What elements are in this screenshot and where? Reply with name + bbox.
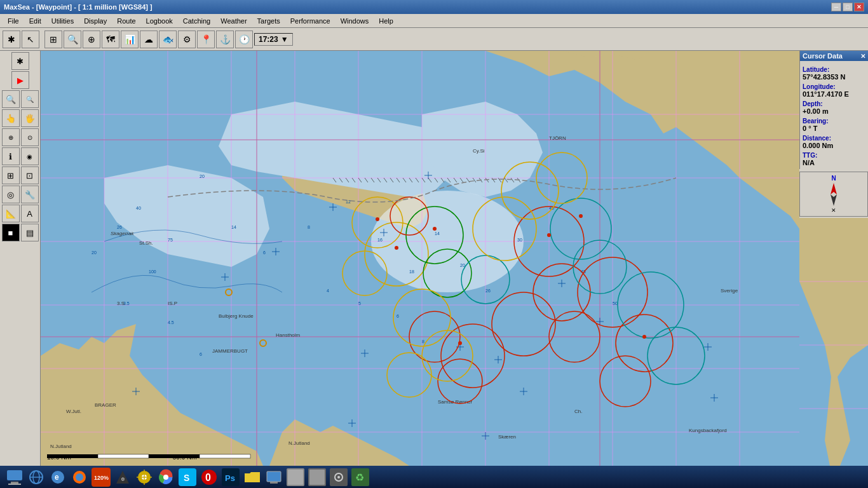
time-dropdown-arrow[interactable]: ▼ bbox=[281, 35, 288, 44]
menu-route[interactable]: Route bbox=[112, 16, 140, 26]
svg-text:IS.P: IS.P bbox=[168, 301, 177, 306]
svg-rect-201 bbox=[267, 471, 281, 482]
menu-catching[interactable]: Catching bbox=[178, 16, 215, 26]
lt-measure[interactable]: 📐 bbox=[2, 205, 20, 222]
scale-left: 10.0 Nm bbox=[47, 454, 71, 461]
svg-text:18: 18 bbox=[409, 269, 414, 274]
chart-area[interactable]: 40 75 100 20 14 6 8 12 16 18 14 20 26 30… bbox=[41, 51, 799, 466]
tb-nav[interactable]: ⊕ bbox=[83, 30, 100, 48]
menu-logbook[interactable]: Logbook bbox=[141, 16, 178, 26]
svg-text:JAMMERBUGT: JAMMERBUGT bbox=[212, 348, 248, 354]
longitude-value: 011°17.4170 E bbox=[803, 90, 865, 98]
svg-marker-170 bbox=[831, 194, 837, 206]
svg-point-184 bbox=[76, 473, 83, 481]
maximize-button[interactable]: □ bbox=[843, 3, 853, 11]
taskbar-ie[interactable]: e bbox=[48, 468, 67, 487]
window-controls: ─ □ ✕ bbox=[831, 3, 864, 11]
taskbar-skype[interactable]: S bbox=[178, 468, 197, 487]
taskbar-show-desktop[interactable] bbox=[264, 468, 283, 487]
svg-rect-175 bbox=[7, 470, 22, 480]
taskbar-opera[interactable]: 0 bbox=[200, 468, 219, 487]
taskbar-chrome[interactable] bbox=[156, 468, 175, 487]
svg-text:30: 30 bbox=[517, 238, 522, 242]
tb-pointer[interactable]: ✱ bbox=[3, 30, 20, 48]
taskbar-folder[interactable] bbox=[243, 468, 262, 487]
menu-file[interactable]: File bbox=[3, 16, 24, 26]
main-content: ✱ ▶ 🔍 🔍 👆 🖐 ⊕ ⊙ ℹ ◉ ⊞ ⊡ ◎ 🔧 📐 A bbox=[0, 51, 868, 466]
svg-rect-168 bbox=[200, 454, 250, 458]
svg-rect-202 bbox=[270, 482, 278, 484]
tb-anchor[interactable]: ⚓ bbox=[216, 30, 234, 48]
svg-text:Bulbjerg Knude: Bulbjerg Knude bbox=[219, 313, 254, 319]
lt-info[interactable]: ℹ bbox=[2, 147, 20, 165]
lt-text[interactable]: A bbox=[21, 205, 39, 222]
lt-arrow[interactable]: ▶ bbox=[11, 71, 29, 89]
tb-weather[interactable]: ☁ bbox=[140, 30, 158, 48]
svg-text:40: 40 bbox=[136, 206, 141, 210]
menu-windows[interactable]: Windows bbox=[336, 16, 374, 26]
lt-circle[interactable]: ◎ bbox=[2, 186, 20, 203]
cursor-data-close[interactable]: ✕ bbox=[860, 53, 865, 60]
svg-text:✡: ✡ bbox=[121, 477, 125, 482]
latitude-label: Latitude: bbox=[803, 66, 865, 73]
taskbar-computer[interactable] bbox=[5, 468, 24, 487]
svg-text:Cy.Si: Cy.Si bbox=[473, 148, 485, 154]
menu-display[interactable]: Display bbox=[79, 16, 112, 26]
north-x-label: ✕ bbox=[831, 207, 836, 214]
taskbar-settings2[interactable] bbox=[329, 468, 348, 487]
lt-grid[interactable]: ⊞ bbox=[2, 166, 20, 184]
lt-hand[interactable]: 🖐 bbox=[21, 109, 39, 127]
svg-text:20: 20 bbox=[200, 174, 205, 179]
lt-box[interactable]: ⊡ bbox=[21, 166, 39, 184]
distance-value: 0.000 Nm bbox=[803, 142, 865, 149]
lt-zoom2[interactable]: ⊕ bbox=[2, 128, 20, 146]
tb-clock-icon[interactable]: 🕐 bbox=[235, 30, 253, 48]
svg-text:6: 6 bbox=[263, 250, 266, 255]
longitude-label: Longitude: bbox=[803, 83, 865, 90]
taskbar-recycle[interactable]: ♻ bbox=[351, 468, 370, 487]
svg-text:3.S: 3.S bbox=[117, 301, 125, 306]
taskbar-app5[interactable]: ✡ bbox=[113, 468, 132, 487]
north-label: N bbox=[831, 175, 836, 182]
svg-point-194 bbox=[163, 475, 168, 480]
north-indicator: N ✕ bbox=[799, 172, 868, 217]
tb-chart1[interactable]: 🗺 bbox=[102, 30, 119, 48]
taskbar-img1[interactable] bbox=[286, 468, 305, 487]
taskbar-network[interactable] bbox=[27, 468, 46, 487]
tb-route[interactable]: 📍 bbox=[197, 30, 215, 48]
svg-text:Ps: Ps bbox=[225, 473, 235, 483]
taskbar-firefox[interactable] bbox=[70, 468, 89, 487]
taskbar-img2[interactable] bbox=[308, 468, 327, 487]
lt-pattern[interactable]: ▤ bbox=[21, 224, 39, 241]
menu-edit[interactable]: Edit bbox=[24, 16, 46, 26]
right-chart-svg bbox=[799, 218, 868, 466]
lt-center[interactable]: ⊙ bbox=[21, 128, 39, 146]
tb-settings[interactable]: ⚙ bbox=[178, 30, 196, 48]
cursor-data-header: Cursor Data ✕ bbox=[800, 51, 868, 61]
close-button[interactable]: ✕ bbox=[854, 3, 864, 11]
tb-chart2[interactable]: 📊 bbox=[121, 30, 139, 48]
menu-utilities[interactable]: Utilities bbox=[46, 16, 79, 26]
menu-help[interactable]: Help bbox=[374, 16, 398, 26]
lt-mark[interactable]: ◉ bbox=[21, 147, 39, 165]
lt-select[interactable]: ✱ bbox=[11, 52, 29, 70]
left-toolbar: ✱ ▶ 🔍 🔍 👆 🖐 ⊕ ⊙ ℹ ◉ ⊞ ⊡ ◎ 🔧 📐 A bbox=[0, 51, 41, 466]
svg-text:Sverige: Sverige bbox=[721, 288, 738, 294]
tb-zoom[interactable]: 🔍 bbox=[64, 30, 81, 48]
lt-pan[interactable]: 👆 bbox=[2, 109, 20, 127]
menu-targets[interactable]: Targets bbox=[252, 16, 285, 26]
tb-fish[interactable]: 🐟 bbox=[159, 30, 177, 48]
menu-performance[interactable]: Performance bbox=[285, 16, 336, 26]
taskbar-starburst[interactable] bbox=[135, 468, 154, 487]
lt-zoom-in[interactable]: 🔍 bbox=[2, 90, 20, 108]
lt-zoom-out[interactable]: 🔍 bbox=[21, 90, 39, 108]
taskbar-pdf[interactable]: 120% bbox=[92, 468, 111, 487]
tb-arrow[interactable]: ↖ bbox=[22, 30, 39, 48]
cursor-data-title: Cursor Data bbox=[803, 52, 843, 60]
lt-wrench[interactable]: 🔧 bbox=[21, 186, 39, 203]
tb-layers[interactable]: ⊞ bbox=[44, 30, 62, 48]
lt-fill[interactable]: ■ bbox=[2, 224, 20, 241]
taskbar-photoshop[interactable]: Ps bbox=[221, 468, 240, 487]
minimize-button[interactable]: ─ bbox=[831, 3, 841, 11]
menu-weather[interactable]: Weather bbox=[215, 16, 252, 26]
